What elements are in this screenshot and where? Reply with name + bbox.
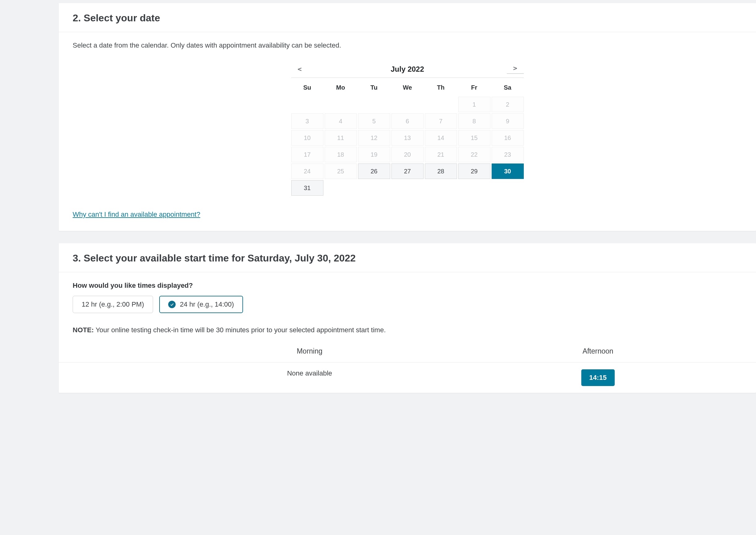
calendar-day-28[interactable]: 28 xyxy=(425,163,457,179)
time-columns: Morning Afternoon None available 14:15 xyxy=(73,347,742,393)
calendar-dow: Mo xyxy=(325,81,357,96)
calendar-day-10: 10 xyxy=(291,130,323,146)
afternoon-column: 14:15 xyxy=(454,369,742,386)
calendar-day-25: 25 xyxy=(325,163,357,179)
calendar: < July 2022 > SuMoTuWeThFrSa123456789101… xyxy=(291,62,524,196)
calendar-day-31[interactable]: 31 xyxy=(291,180,323,196)
calendar-empty-cell xyxy=(392,97,423,112)
calendar-empty-cell xyxy=(425,97,457,112)
calendar-dow: Sa xyxy=(492,81,524,96)
morning-column: None available xyxy=(165,369,454,386)
calendar-empty-cell xyxy=(358,97,390,112)
calendar-header: < July 2022 > xyxy=(291,62,524,78)
calendar-grid: SuMoTuWeThFrSa12345678910111213141516171… xyxy=(291,81,524,196)
calendar-dow: Fr xyxy=(458,81,490,96)
section-2-header: 2. Select your date xyxy=(59,3,756,32)
morning-header: Morning xyxy=(165,347,454,355)
time-format-question: How would you like times displayed? xyxy=(73,282,742,290)
section-3-title: 3. Select your available start time for … xyxy=(73,252,742,264)
note-text: Your online testing check-in time will b… xyxy=(94,326,386,334)
checkin-note: NOTE: Your online testing check-in time … xyxy=(73,326,742,334)
calendar-day-5: 5 xyxy=(358,113,390,129)
calendar-day-17: 17 xyxy=(291,147,323,162)
section-3-header: 3. Select your available start time for … xyxy=(59,243,756,272)
calendar-day-20: 20 xyxy=(392,147,423,162)
calendar-day-6: 6 xyxy=(392,113,423,129)
calendar-day-30[interactable]: 30 xyxy=(492,163,524,179)
calendar-empty-cell xyxy=(325,97,357,112)
calendar-day-7: 7 xyxy=(425,113,457,129)
check-circle-icon xyxy=(168,301,176,308)
calendar-day-14: 14 xyxy=(425,130,457,146)
calendar-day-27[interactable]: 27 xyxy=(392,163,423,179)
calendar-day-9: 9 xyxy=(492,113,524,129)
time-format-label: 12 hr (e.g., 2:00 PM) xyxy=(82,300,144,308)
calendar-empty-cell xyxy=(291,97,323,112)
section-select-date: 2. Select your date Select a date from t… xyxy=(59,3,756,231)
calendar-day-8: 8 xyxy=(458,113,490,129)
note-prefix: NOTE: xyxy=(73,326,94,334)
section-2-title: 2. Select your date xyxy=(73,13,742,24)
time-header-row: Morning Afternoon xyxy=(73,347,742,362)
time-format-12hr-button[interactable]: 12 hr (e.g., 2:00 PM) xyxy=(73,296,153,313)
calendar-day-15: 15 xyxy=(458,130,490,146)
calendar-wrapper: < July 2022 > SuMoTuWeThFrSa123456789101… xyxy=(73,62,742,196)
calendar-day-13: 13 xyxy=(392,130,423,146)
time-body-row: None available 14:15 xyxy=(59,362,756,393)
calendar-day-2: 2 xyxy=(492,97,524,112)
calendar-day-24: 24 xyxy=(291,163,323,179)
date-instruction: Select a date from the calendar. Only da… xyxy=(73,42,742,49)
afternoon-header: Afternoon xyxy=(454,347,742,355)
calendar-day-26[interactable]: 26 xyxy=(358,163,390,179)
calendar-day-16: 16 xyxy=(492,130,524,146)
calendar-day-11: 11 xyxy=(325,130,357,146)
calendar-day-1: 1 xyxy=(458,97,490,112)
calendar-day-29[interactable]: 29 xyxy=(458,163,490,179)
calendar-day-23: 23 xyxy=(492,147,524,162)
calendar-day-18: 18 xyxy=(325,147,357,162)
calendar-day-22: 22 xyxy=(458,147,490,162)
section-2-body: Select a date from the calendar. Only da… xyxy=(59,32,756,231)
calendar-dow: Th xyxy=(425,81,457,96)
time-format-24hr-button[interactable]: 24 hr (e.g., 14:00) xyxy=(159,296,243,313)
time-slot-button[interactable]: 14:15 xyxy=(581,369,615,386)
time-format-buttons: 12 hr (e.g., 2:00 PM)24 hr (e.g., 14:00) xyxy=(73,296,742,313)
calendar-next-button[interactable]: > xyxy=(507,64,524,74)
calendar-dow: Tu xyxy=(358,81,390,96)
calendar-day-21: 21 xyxy=(425,147,457,162)
calendar-day-3: 3 xyxy=(291,113,323,129)
calendar-day-19: 19 xyxy=(358,147,390,162)
calendar-day-12: 12 xyxy=(358,130,390,146)
section-3-body: How would you like times displayed? 12 h… xyxy=(59,272,756,393)
calendar-prev-button[interactable]: < xyxy=(291,65,308,73)
section-select-time: 3. Select your available start time for … xyxy=(59,243,756,393)
calendar-day-4: 4 xyxy=(325,113,357,129)
time-format-label: 24 hr (e.g., 14:00) xyxy=(180,300,234,308)
calendar-dow: We xyxy=(392,81,423,96)
calendar-dow: Su xyxy=(291,81,323,96)
help-link-no-appointment[interactable]: Why can't I find an available appointmen… xyxy=(73,211,200,218)
calendar-month-title: July 2022 xyxy=(308,65,507,73)
morning-none-available: None available xyxy=(287,369,332,378)
